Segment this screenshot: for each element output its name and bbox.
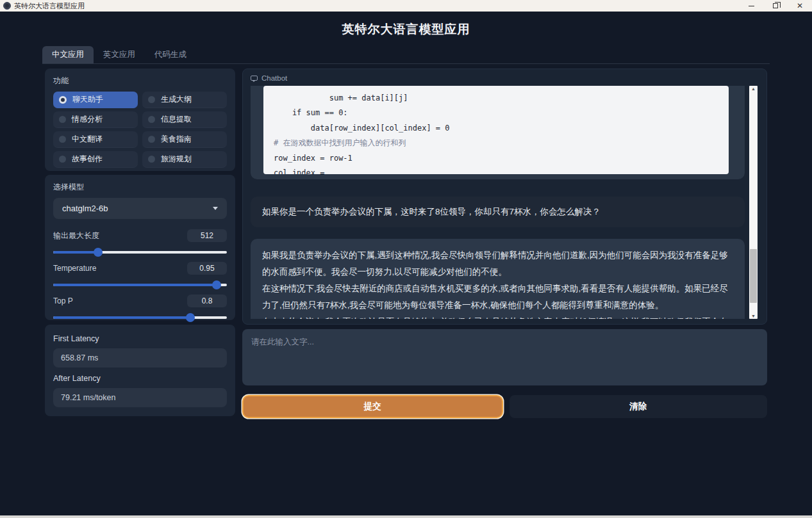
temperature-slider-group: Temperature 0.95 [53, 262, 227, 286]
tab-english-apps[interactable]: 英文应用 [94, 46, 145, 63]
chat-bubble-icon [251, 76, 258, 81]
window-titlebar: 英特尔大语言模型应用 ✕ [0, 0, 812, 12]
temperature-slider[interactable] [53, 284, 227, 286]
radio-chat-assistant[interactable]: 聊天助手 [53, 92, 138, 108]
radio-icon [148, 136, 155, 143]
app-root: 英特尔大语言模型应用 中文应用 英文应用 代码生成 功能 聊天助手 生成大纲 [0, 12, 812, 515]
scrollbar-thumb[interactable] [750, 249, 757, 303]
code-comment: # 在游戏数据中找到用户输入的行和列 [274, 138, 406, 147]
radio-story-writing[interactable]: 故事创作 [53, 151, 138, 168]
radio-travel-planning[interactable]: 旅游规划 [142, 151, 227, 168]
max-length-value[interactable]: 512 [187, 229, 227, 242]
maximize-icon [773, 3, 778, 8]
bot-message: 如果我是负责举办会议的下属,遇到这种情况,我会尽快向领导们解释情况并向他们道歉,… [251, 239, 745, 319]
top-p-slider[interactable] [53, 316, 227, 319]
chat-scrollbar[interactable]: ▲ ▼ [749, 86, 758, 319]
chat-message-list[interactable]: sum += data[i][j] if sum == 0: data[row_… [251, 86, 760, 319]
latency-panel: First Latency 658.87 ms After Latency 79… [45, 325, 235, 416]
slider-fill [53, 251, 98, 254]
app-logo-icon [3, 2, 11, 10]
functions-radio-group: 聊天助手 生成大纲 情感分析 信息提取 [53, 92, 227, 168]
user-message: 如果你是一个负责举办会议的下属，这时来了8位领导，你却只有7杯水，你会怎么解决？ [251, 197, 745, 227]
top-p-label: Top P [53, 296, 73, 305]
bot-message-code: sum += data[i][j] if sum == 0: data[row_… [251, 86, 745, 179]
radio-food-guide[interactable]: 美食指南 [142, 131, 227, 148]
functions-panel: 功能 聊天助手 生成大纲 情感分析 [45, 69, 235, 171]
clear-button[interactable]: 清除 [510, 395, 768, 418]
window-title: 英特尔大语言模型应用 [14, 1, 739, 11]
submit-button[interactable]: 提交 [242, 395, 503, 418]
tab-chinese-apps[interactable]: 中文应用 [42, 46, 94, 63]
max-length-slider-group: 输出最大长度 512 [53, 229, 227, 254]
minimize-button[interactable] [739, 0, 763, 12]
slider-fill [53, 284, 217, 286]
radio-icon [59, 136, 66, 143]
tabbar: 中文应用 英文应用 代码生成 [42, 47, 770, 64]
page-title: 英特尔大语言模型应用 [0, 21, 812, 38]
radio-sentiment-analysis[interactable]: 情感分析 [53, 111, 138, 128]
max-length-slider[interactable] [53, 251, 227, 254]
top-p-value[interactable]: 0.8 [187, 295, 227, 307]
slider-thumb[interactable] [212, 280, 221, 289]
slider-thumb[interactable] [94, 248, 103, 257]
model-dropdown-value: chatglm2-6b [62, 204, 213, 213]
chevron-down-icon [213, 207, 218, 210]
after-latency-value: 79.21 ms/token [53, 388, 227, 407]
input-panel [242, 329, 767, 388]
model-dropdown[interactable]: chatglm2-6b [53, 198, 227, 219]
radio-information-extraction[interactable]: 信息提取 [142, 111, 227, 128]
first-latency-value: 658.87 ms [53, 348, 227, 368]
after-latency-label: After Latency [53, 374, 227, 383]
max-length-label: 输出最大长度 [53, 231, 99, 241]
radio-chinese-translation[interactable]: 中文翻译 [53, 131, 138, 148]
radio-icon [59, 156, 66, 163]
radio-generate-outline[interactable]: 生成大纲 [142, 92, 227, 108]
scroll-down-icon[interactable]: ▼ [749, 314, 758, 318]
code-block[interactable]: sum += data[i][j] if sum == 0: data[row_… [263, 86, 729, 174]
radio-icon [148, 116, 155, 123]
model-select-label: 选择模型 [53, 182, 227, 193]
radio-selected-icon [59, 96, 67, 104]
radio-icon [148, 156, 155, 163]
temperature-value[interactable]: 0.95 [187, 262, 227, 275]
scroll-up-icon[interactable]: ▲ [749, 86, 758, 91]
chatbot-label: Chatbot [261, 74, 287, 82]
chatbot-panel: Chatbot sum += data[i][j] if sum == 0: d… [242, 69, 767, 325]
close-button[interactable]: ✕ [788, 0, 812, 12]
chat-input[interactable] [242, 329, 767, 385]
minimize-icon [749, 6, 754, 6]
settings-sidebar: 功能 聊天助手 生成大纲 情感分析 [45, 69, 235, 418]
chat-column: Chatbot sum += data[i][j] if sum == 0: d… [242, 69, 767, 418]
slider-fill [53, 316, 190, 319]
radio-icon [148, 96, 155, 103]
slider-thumb[interactable] [186, 313, 195, 322]
first-latency-label: First Latency [53, 334, 227, 343]
model-panel: 选择模型 chatglm2-6b 输出最大长度 512 [45, 175, 235, 320]
code-text: sum += data[i][j] if sum == 0: data[row_… [274, 93, 450, 133]
temperature-label: Temperature [53, 264, 96, 273]
horizontal-scrollbar[interactable] [0, 515, 812, 518]
top-p-slider-group: Top P 0.8 [53, 295, 227, 319]
maximize-button[interactable] [763, 0, 788, 12]
functions-label: 功能 [53, 76, 227, 86]
tab-code-generation[interactable]: 代码生成 [145, 46, 196, 63]
radio-icon [59, 116, 66, 123]
code-text: row_index = row-1 col_index = [274, 154, 352, 174]
